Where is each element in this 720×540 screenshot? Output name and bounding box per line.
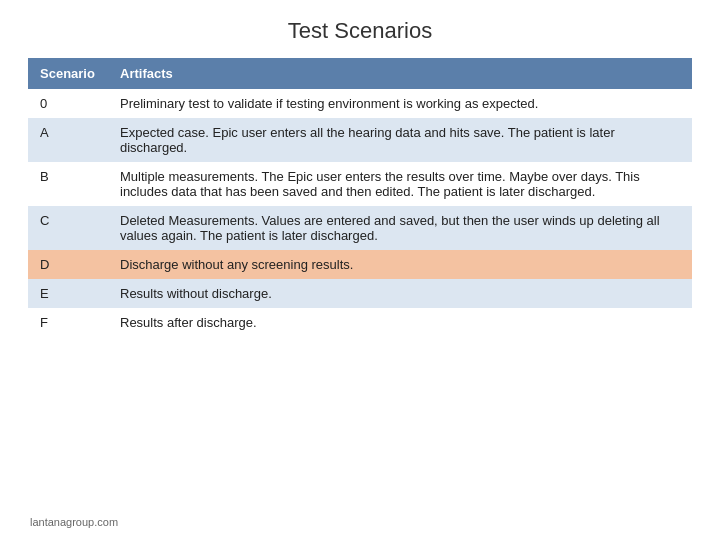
cell-artifact: Results after discharge.	[108, 308, 692, 337]
cell-scenario: 0	[28, 89, 108, 118]
cell-scenario: C	[28, 206, 108, 250]
cell-scenario: D	[28, 250, 108, 279]
col-header-scenario: Scenario	[28, 58, 108, 89]
table-row: EResults without discharge.	[28, 279, 692, 308]
table-row: 0Preliminary test to validate if testing…	[28, 89, 692, 118]
table-row: BMultiple measurements. The Epic user en…	[28, 162, 692, 206]
cell-artifact: Deleted Measurements. Values are entered…	[108, 206, 692, 250]
cell-scenario: E	[28, 279, 108, 308]
table-header-row: Scenario Artifacts	[28, 58, 692, 89]
table-wrapper: Scenario Artifacts 0Preliminary test to …	[28, 58, 692, 337]
cell-scenario: F	[28, 308, 108, 337]
table-row: AExpected case. Epic user enters all the…	[28, 118, 692, 162]
cell-artifact: Preliminary test to validate if testing …	[108, 89, 692, 118]
cell-artifact: Multiple measurements. The Epic user ent…	[108, 162, 692, 206]
scenarios-table: Scenario Artifacts 0Preliminary test to …	[28, 58, 692, 337]
col-header-artifacts: Artifacts	[108, 58, 692, 89]
cell-scenario: B	[28, 162, 108, 206]
footer-text: lantanagroup.com	[30, 516, 118, 528]
cell-scenario: A	[28, 118, 108, 162]
page-title: Test Scenarios	[0, 0, 720, 58]
table-row: CDeleted Measurements. Values are entere…	[28, 206, 692, 250]
cell-artifact: Results without discharge.	[108, 279, 692, 308]
table-row: DDischarge without any screening results…	[28, 250, 692, 279]
cell-artifact: Expected case. Epic user enters all the …	[108, 118, 692, 162]
cell-artifact: Discharge without any screening results.	[108, 250, 692, 279]
table-row: FResults after discharge.	[28, 308, 692, 337]
